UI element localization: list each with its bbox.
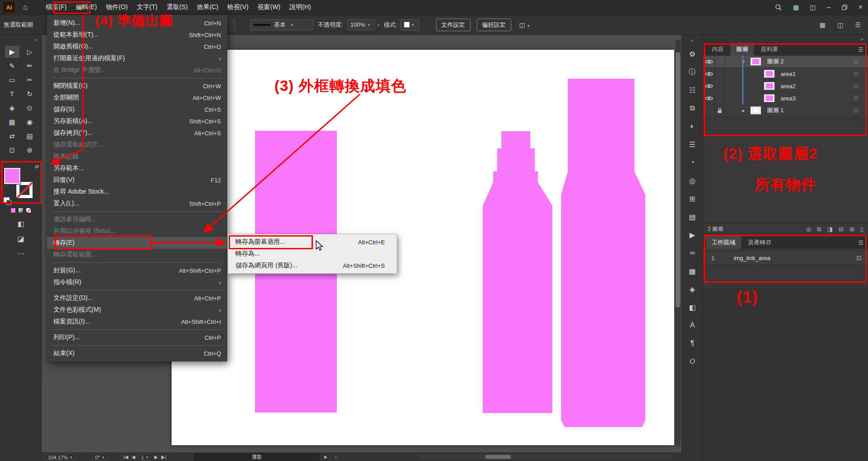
pen-tool[interactable]: ✎ xyxy=(5,60,19,72)
appearance-panel-icon[interactable]: ▤ xyxy=(682,208,703,226)
next-artboard-icon[interactable]: ▶ xyxy=(154,454,158,460)
horizontal-scrollbar-thumb[interactable] xyxy=(485,455,511,459)
control-menu-icon[interactable]: ☰ xyxy=(855,21,861,29)
opacity-more-icon[interactable]: › xyxy=(378,21,379,28)
minimize-button[interactable]: – xyxy=(827,3,831,11)
artboards-panel-menu-icon[interactable]: ☰ xyxy=(858,236,863,249)
tab-libraries[interactable]: 資料庫 xyxy=(755,43,784,56)
gradient-fill-icon[interactable] xyxy=(18,208,24,213)
export-submenu-item[interactable]: 轉存為... xyxy=(228,248,397,260)
fill-color-swatch[interactable] xyxy=(4,167,21,185)
eraser-tool[interactable]: ◈ xyxy=(5,102,19,114)
none-fill-icon[interactable] xyxy=(26,208,31,213)
layer-target-circle[interactable] xyxy=(854,72,858,76)
graphic-style-select[interactable] xyxy=(400,19,419,30)
document-setup-button[interactable]: 文件設定 xyxy=(436,19,470,31)
lock-empty-cell[interactable] xyxy=(715,92,725,104)
file-menu-item[interactable]: 另存範本... xyxy=(47,162,227,174)
layer-target-circle[interactable] xyxy=(854,96,858,100)
image-trace-panel-icon[interactable]: ▦ xyxy=(682,262,703,280)
arrange-documents-icon[interactable]: ◫ xyxy=(810,4,816,11)
chevron-right-icon[interactable]: ▸ xyxy=(742,108,750,114)
delete-layer-icon[interactable]: ▯ xyxy=(860,226,863,233)
lock-empty-cell[interactable] xyxy=(715,68,725,80)
transparency-panel-icon[interactable]: ◔ xyxy=(682,153,703,171)
file-menu-item[interactable]: 指令檔(R)› xyxy=(47,276,227,288)
export-submenu-item[interactable]: 轉存為螢幕適用...Alt+Ctrl+E xyxy=(228,236,397,248)
tab-artboards[interactable]: 工作區域 xyxy=(706,236,741,249)
file-menu-item[interactable]: 封裝(G)...Alt+Shift+Ctrl+P xyxy=(47,265,227,276)
info-panel-icon[interactable]: ⓘ xyxy=(682,63,703,81)
file-menu-item[interactable]: 新增(N)...Ctrl+N xyxy=(47,17,227,29)
opentype-panel-icon[interactable]: O xyxy=(682,352,703,371)
export-submenu-item[interactable]: 儲存為網頁用 (舊版)...Alt+Shift+Ctrl+S xyxy=(228,260,397,271)
visibility-empty-cell[interactable] xyxy=(703,105,715,116)
curvature-tool[interactable]: ✏ xyxy=(23,60,37,72)
horizontal-scrollbar[interactable] xyxy=(417,455,671,460)
new-sublayer-icon[interactable]: ⊟ xyxy=(839,226,844,233)
layer-row[interactable]: ▾圖層 2 xyxy=(703,56,868,68)
libraries-panel-icon[interactable]: ◈ xyxy=(682,280,703,298)
collapse-toolbar-icon[interactable]: « xyxy=(35,37,38,42)
edit-toolbar-icon[interactable]: ⋯ xyxy=(17,249,24,258)
file-menu-item[interactable]: 另存新檔(A)...Shift+Ctrl+S xyxy=(47,115,227,127)
restore-button[interactable] xyxy=(842,5,848,10)
expand-dock-icon[interactable]: « xyxy=(691,38,694,43)
layer-row[interactable]: area3 xyxy=(703,92,868,105)
new-layer-icon[interactable]: ⊞ xyxy=(849,226,854,233)
layers-panel-menu-icon[interactable]: ☰ xyxy=(858,43,863,56)
tab-layers[interactable]: 圖層 xyxy=(730,43,754,56)
type-tool[interactable]: T xyxy=(5,88,19,100)
rectangle-tool[interactable]: ▭ xyxy=(5,74,19,86)
layer-target-circle[interactable] xyxy=(854,109,858,113)
screen-mode-icon[interactable]: ◪ xyxy=(17,234,24,243)
export-panel-icon[interactable]: ⧉ xyxy=(682,99,703,117)
properties-panel-icon[interactable]: ⚙ xyxy=(682,45,703,63)
layer-row[interactable]: ▸圖層 1 xyxy=(703,105,868,117)
make-clip-mask-icon[interactable]: ◨ xyxy=(827,226,833,233)
actions-panel-icon[interactable]: ☷ xyxy=(682,81,703,99)
menubar-menu-4[interactable]: 文字(T) xyxy=(132,0,162,14)
character-panel-icon[interactable]: A xyxy=(682,316,703,334)
last-artboard-icon[interactable]: ▶| xyxy=(161,454,166,460)
symbols-panel-icon[interactable]: ◎ xyxy=(682,171,703,190)
first-artboard-icon[interactable]: |◀ xyxy=(123,454,128,460)
collect-for-export-icon[interactable]: ⧉ xyxy=(817,226,821,233)
artboard-row[interactable]: 1 img_link_area ⊡ xyxy=(703,251,868,265)
home-icon[interactable]: ⌂ xyxy=(23,3,28,12)
lock-empty-cell[interactable] xyxy=(715,56,725,67)
collapse-panels-icon[interactable]: » xyxy=(861,36,863,42)
default-fill-stroke-icon[interactable] xyxy=(4,197,10,203)
visibility-eye-icon[interactable] xyxy=(703,80,715,92)
file-menu-item[interactable]: 文件色彩模式(M)› xyxy=(47,304,227,316)
zoom-tool[interactable]: ⊕ xyxy=(23,144,37,156)
artboard-icon[interactable]: ⊡ xyxy=(856,254,862,261)
artboard-tool[interactable]: ⊡ xyxy=(5,144,19,156)
rotation-select[interactable]: 0° xyxy=(92,454,107,461)
menubar-menu-7[interactable]: 檢視(V) xyxy=(223,0,253,14)
workspace-switcher-icon[interactable]: ▦ xyxy=(793,4,799,11)
file-menu-item[interactable]: 從範本新增(T)...Shift+Ctrl+N xyxy=(47,29,227,41)
eyedropper-tool[interactable]: ◉ xyxy=(23,116,37,128)
magenta-bottle-small-shape[interactable] xyxy=(483,131,552,413)
snap-options-icon[interactable]: ▦ xyxy=(820,21,825,29)
menubar-menu-3[interactable]: 物件(O) xyxy=(101,0,132,14)
file-menu-item[interactable]: 轉存(E)› xyxy=(47,237,227,249)
status-play-icon[interactable]: ▶ xyxy=(324,455,327,459)
selection-tool[interactable]: ▶ xyxy=(5,46,19,58)
asset-export-panel-icon[interactable]: ▶ xyxy=(682,226,703,244)
visibility-eye-icon[interactable] xyxy=(703,56,715,67)
zoom-level-select[interactable]: 104.17% xyxy=(45,454,75,461)
file-menu-item[interactable]: 列印(P)...Ctrl+P xyxy=(47,332,227,343)
search-icon[interactable] xyxy=(775,4,782,11)
layer-row[interactable]: area1 xyxy=(703,68,868,80)
file-menu-item[interactable]: 關閉檔案(C)Ctrl+W xyxy=(47,80,227,92)
preferences-button[interactable]: 偏好設定 xyxy=(477,19,511,31)
select-similar-control[interactable]: ◫ xyxy=(519,21,530,29)
locate-object-icon[interactable]: ◎ xyxy=(806,226,811,233)
brush-definition-select[interactable]: 基本 xyxy=(250,19,313,30)
pattern-panel-icon[interactable]: ⊞ xyxy=(682,190,703,208)
visibility-eye-icon[interactable] xyxy=(703,68,715,80)
file-menu-item[interactable]: 結束(X)Ctrl+Q xyxy=(47,347,227,359)
file-menu-item[interactable]: 文件設定(D)...Alt+Ctrl+P xyxy=(47,292,227,304)
